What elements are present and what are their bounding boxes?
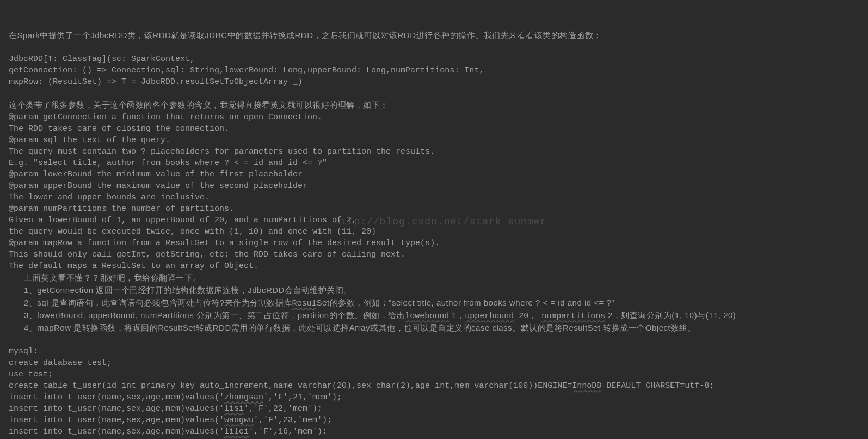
sql-label: mysql: [9, 347, 38, 356]
translation-line-3: 2、sql 是查询语句，此查询语句必须包含两处占位符?来作为分割数据库Resul… [9, 297, 614, 309]
param-intro: 这个类带了很多参数，关于这个函数的各个参数的含义，我觉得直接看英文就可以很好的理… [9, 100, 389, 109]
signature-line-1: JdbcRDD[T: ClassTag](sc: SparkContext, [9, 54, 195, 64]
typo-underline: InnoDB [572, 381, 601, 391]
doc-line: The query must contain two ? placeholder… [9, 147, 435, 156]
doc-line: The lower and upper bounds are inclusive… [9, 193, 210, 202]
text-span: 20， [514, 312, 541, 321]
text-span: insert into t_user(name,sex,age,mem)valu… [9, 393, 224, 402]
sql-line: use test; [9, 370, 53, 379]
typo-underline: Resul [292, 299, 317, 308]
text-span: 2，则查询分别为(1, 10)与(11, 20) [605, 310, 736, 320]
text-span: insert into t_user(name,sex,age,mem)valu… [9, 427, 224, 436]
typo-underline: zhangsan [224, 393, 263, 402]
doc-line: The RDD takes care of closing the connec… [9, 124, 229, 133]
doc-line: Given a lowerBound of 1, an upperBound o… [9, 216, 356, 225]
doc-line: @param getConnection a function that ret… [9, 113, 322, 122]
typo-underline: lowebound [405, 312, 449, 321]
sql-line: insert into t_user(name,sex,age,mem)valu… [9, 393, 342, 402]
text-span: DEFAULT CHARSET=utf-8; [601, 381, 714, 391]
code-document: http://blog.csdn.net/stark_summer 在Spark… [0, 0, 868, 439]
doc-line: @param mapRow a function from a ResultSe… [9, 239, 440, 248]
doc-line: This should only call getInt, getString,… [9, 250, 405, 259]
doc-line: the query would be executed twice, once … [9, 227, 376, 236]
doc-line: E.g. "select title, author from books wh… [9, 158, 327, 168]
doc-line: @param upperBound the maximum value of t… [9, 181, 307, 191]
text-span: ','F',23,'mem'); [254, 416, 332, 425]
translation-line-2: 1、getConnection 返回一个已经打开的结构化数据库连接，JdbcRD… [9, 284, 352, 296]
intro-text: 在Spark中提供了一个JdbcRDD类，该RDD就是读取JDBC中的数据并转换… [9, 31, 602, 40]
typo-underline: wangwu [224, 416, 254, 425]
text-span: insert into t_user(name,sex,age,mem)valu… [9, 416, 224, 425]
text-span: ','F',16,'mem'); [249, 427, 327, 436]
doc-line: @param lowerBound the minimum value of t… [9, 170, 303, 179]
sql-line: insert into t_user(name,sex,age,mem)valu… [9, 404, 322, 413]
typo-underline: lisi [224, 404, 244, 413]
typo-underline: lilei [224, 427, 249, 436]
typo-underline: upperbound [465, 312, 514, 321]
text-span: insert into t_user(name,sex,age,mem)valu… [9, 404, 224, 413]
translation-line-1: 上面英文看不懂？？那好吧，我给你翻译一下。 [9, 272, 201, 283]
doc-line: The default maps a ResultSet to an array… [9, 261, 258, 271]
translation-line-4: 3、lowerBound, upperBound, numPartitions … [9, 309, 736, 322]
signature-line-3: mapRow: (ResultSet) => T = JdbcRDD.resul… [9, 77, 303, 87]
text-span: ','F',21,'mem'); [263, 393, 342, 402]
sql-line: create database test; [9, 358, 112, 368]
translation-line-5: 4、mapRow 是转换函数，将返回的ResultSet转成RDD需用的单行数据… [9, 322, 696, 333]
text-span: 3、lowerBound, upperBound, numPartitions … [24, 310, 405, 320]
text-span: 1， [449, 310, 465, 320]
text-span: ','F',22,'mem'); [244, 404, 322, 413]
doc-line: @param numPartitions the number of parti… [9, 204, 234, 214]
typo-underline: numpartitions [541, 312, 605, 321]
sql-line: create table t_user(id int primary key a… [9, 381, 714, 391]
text-span: create table t_user(id int primary key a… [9, 381, 572, 391]
text-span: 2、sql 是查询语句，此查询语句必须包含两处占位符?来作为分割数据库 [24, 298, 292, 307]
sql-line: insert into t_user(name,sex,age,mem)valu… [9, 416, 332, 425]
signature-line-2: getConnection: () => Connection,sql: Str… [9, 66, 484, 75]
text-span: Set的参数，例如："select title, author from boo… [317, 298, 615, 307]
sql-line: insert into t_user(name,sex,age,mem)valu… [9, 427, 327, 436]
doc-line: @param sql the text of the query. [9, 136, 170, 145]
